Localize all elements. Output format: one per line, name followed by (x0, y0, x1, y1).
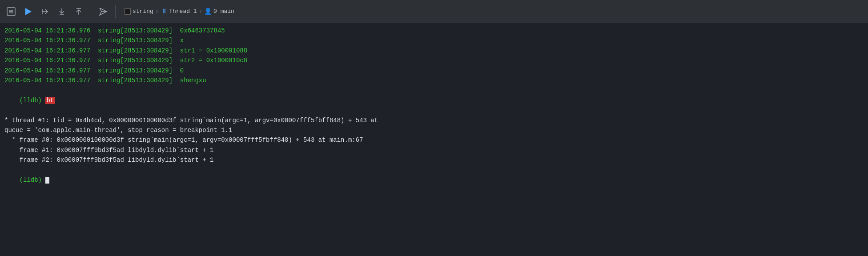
console-line-3: 2016-05-04 16:21:36.977 string[28513:308… (4, 46, 864, 56)
toggle-icon[interactable] (4, 5, 18, 18)
console-line-7: (lldb) bt (4, 85, 864, 115)
breadcrumb-main[interactable]: 👤 0 main (204, 8, 234, 15)
breadcrumb: string › ⏸ Thread 1 › 👤 0 main (125, 8, 234, 16)
prompt-7: (lldb) (20, 97, 46, 104)
console-line-2: 2016-05-04 16:21:36.977 string[28513:308… (4, 36, 864, 45)
console-line-13: (lldb) (4, 165, 864, 195)
console-line-9: queue = 'com.apple.main-thread', stop re… (4, 125, 864, 135)
command-bt: bt (45, 97, 55, 104)
breadcrumb-process[interactable]: string (125, 8, 153, 15)
separator-1: › (155, 8, 159, 15)
prompt-13: (lldb) (20, 176, 46, 184)
main-label: 0 main (213, 8, 234, 15)
continue-icon[interactable] (21, 5, 35, 18)
console-line-10: * frame #0: 0x0000000100000d3f string`ma… (4, 135, 864, 145)
console-line-8: * thread #1: tid = 0x4b4cd, 0x0000000100… (4, 116, 864, 125)
console-line-6: 2016-05-04 16:21:36.977 string[28513:308… (4, 76, 864, 85)
send-icon[interactable] (96, 5, 110, 18)
console-line-5: 2016-05-04 16:21:36.977 string[28513:308… (4, 66, 864, 76)
console-line-12: frame #2: 0x00007fff9bd3f5ad libdyld.dyl… (4, 155, 864, 165)
svg-marker-4 (25, 8, 32, 15)
cursor-blink (45, 177, 49, 184)
breadcrumb-thread[interactable]: ⏸ Thread 1 (161, 8, 197, 16)
process-label: string (133, 8, 153, 15)
separator-2: › (199, 8, 202, 15)
console-line-11: frame #1: 0x00007fff9bd3f5ad libdyld.dyl… (4, 145, 864, 155)
step-into-icon[interactable] (55, 5, 68, 18)
toolbar: string › ⏸ Thread 1 › 👤 0 main (0, 0, 868, 23)
main-icon: 👤 (204, 8, 212, 15)
thread-icon: ⏸ (161, 8, 167, 16)
console-area: 2016-05-04 16:21:36.976 string[28513:308… (0, 23, 868, 256)
divider-1 (91, 5, 91, 18)
console-line-1: 2016-05-04 16:21:36.976 string[28513:308… (4, 26, 864, 36)
step-out-icon[interactable] (72, 5, 85, 18)
process-icon (125, 8, 131, 15)
console-line-4: 2016-05-04 16:21:36.977 string[28513:308… (4, 56, 864, 65)
divider-2 (115, 5, 116, 18)
step-over-icon[interactable] (38, 5, 52, 18)
thread-label: Thread 1 (169, 8, 197, 15)
